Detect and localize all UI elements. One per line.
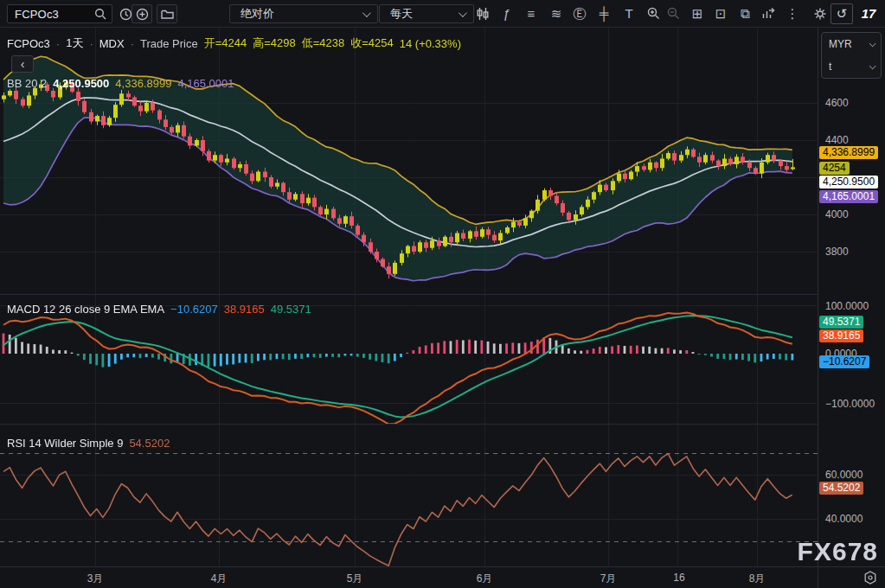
time-label: 3月	[87, 572, 104, 586]
price-mode-value: 绝对价	[240, 6, 362, 22]
bb-label: BB 20 2	[7, 77, 47, 90]
rsi-tick: 40.0000	[825, 513, 863, 525]
time-axis[interactable]: 3月 4月 5月 6月 7月 16 8月	[0, 567, 818, 588]
hexagon-settings-icon	[863, 570, 878, 585]
legend-open: 开=4244	[204, 35, 247, 51]
time-label: 4月	[211, 572, 228, 586]
macd-tick: 100.0000	[825, 300, 869, 312]
chart-style-button[interactable]	[473, 4, 492, 23]
legend-close: 收=4254	[350, 35, 394, 51]
chevron-down-icon	[459, 9, 467, 17]
grid-view-button[interactable]: ⊞	[688, 4, 707, 23]
currency-value: MYR	[829, 38, 852, 50]
events-button[interactable]: Ⓔ	[570, 4, 589, 23]
price-chart-canvas[interactable]	[0, 28, 818, 566]
macd-hist-value: −10.6207	[170, 303, 218, 316]
snapshot-icon: ⊡	[715, 6, 727, 21]
indicators-button[interactable]: ƒ	[497, 4, 516, 23]
replay-icon: ↺	[837, 6, 848, 21]
bb-lower-value: 4,165.0001	[177, 77, 234, 90]
bb-upper-value: 4,336.8999	[115, 77, 171, 90]
plus-circle-icon	[136, 8, 149, 21]
price-tick: 4400	[825, 134, 849, 146]
rsi-value: 54.5202	[129, 437, 170, 450]
zoom-in-icon	[647, 7, 660, 20]
grid-icon: ⊞	[692, 6, 703, 21]
macd-line-value: 38.9165	[224, 303, 265, 316]
collapse-legend-button[interactable]: ‹	[11, 55, 34, 73]
rsi-label: RSI 14 Wilder Simple 9	[7, 437, 123, 450]
layout-button[interactable]: ≡	[522, 4, 541, 23]
replay-button[interactable]: ↺	[830, 3, 853, 24]
export-chart-icon	[761, 7, 775, 20]
bollinger-legend: BB 20 2 4,250.9500 4,336.8999 4,165.0001	[7, 77, 234, 90]
legend-change: 14 (+0.33%)	[400, 37, 461, 50]
zoom-out-button[interactable]	[664, 4, 683, 23]
watchlist-folder-button[interactable]	[157, 4, 177, 23]
legend-low: 低=4238	[302, 35, 345, 51]
legend-symbol: FCPOc3	[7, 37, 50, 50]
search-icon	[94, 8, 106, 20]
zoom-in-button[interactable]	[644, 4, 663, 23]
time-label: 7月	[600, 572, 617, 586]
bb-lower-price-badge: 4,165.0001	[819, 190, 878, 203]
waves-icon: ≋	[551, 6, 562, 21]
macd-tick: −100.0000	[825, 398, 875, 410]
indicators-icon: ƒ	[503, 6, 510, 21]
unit-dropdown[interactable]: t	[822, 55, 881, 78]
gear-icon	[813, 7, 827, 21]
macd-signal-badge: 49.5371	[819, 316, 863, 329]
circled-e-icon: Ⓔ	[574, 6, 587, 21]
price-tick: 4000	[825, 208, 849, 220]
bb-upper-price-badge: 4,336.8999	[819, 146, 878, 159]
macd-label: MACD 12 26 close 9 EMA EMA	[7, 303, 164, 316]
folder-icon	[161, 9, 174, 20]
interval-value: 每天	[390, 6, 459, 22]
add-symbol-button[interactable]	[131, 4, 152, 23]
snapshot-button[interactable]: ⊡	[711, 4, 730, 23]
bb-mid-price-badge: 4,250.9500	[819, 176, 878, 189]
interval-dropdown[interactable]: 每天	[379, 4, 474, 23]
macd-line-badge: 38.9165	[819, 329, 863, 342]
macd-hist-badge: −10.6207	[819, 355, 869, 368]
more-options-button[interactable]: ⋮	[783, 4, 802, 23]
chevron-down-icon	[869, 40, 876, 47]
timezone-settings-corner[interactable]	[818, 567, 885, 588]
candlestick-icon	[476, 7, 490, 21]
trading-chart-app: FCPOc3 绝对价 每天 ƒ ≡ ≋ Ⓔ ╪ T	[0, 0, 885, 588]
rsi-value-badge: 54.5202	[819, 482, 863, 495]
copy-button[interactable]: ⧉	[735, 4, 754, 23]
time-label: 5月	[347, 572, 363, 586]
legend-interval: 1天	[66, 35, 83, 51]
settings-button[interactable]	[811, 4, 830, 23]
price-scale-settings-button[interactable]: ╪	[594, 4, 613, 23]
copy-icon: ⧉	[741, 6, 750, 21]
legend-exchange: MDX	[99, 37, 125, 50]
price-scale-icon: ╪	[600, 6, 609, 21]
export-chart-button[interactable]	[759, 4, 778, 23]
macd-legend: MACD 12 26 close 9 EMA EMA −10.6207 38.9…	[7, 303, 311, 316]
tradingview-logo[interactable]: 17	[858, 4, 879, 23]
currency-dropdown[interactable]: MYR	[822, 33, 881, 55]
kebab-icon: ⋮	[786, 6, 799, 21]
layers-icon: ≡	[528, 6, 535, 21]
price-axis[interactable]: MYR t 4600 4400 4000 3800 4,336.8999 425…	[818, 28, 885, 566]
legend-series-type: Trade Price	[140, 37, 198, 50]
text-tool-icon: T	[625, 6, 632, 21]
compare-button[interactable]: ≋	[547, 4, 566, 23]
top-toolbar: FCPOc3 绝对价 每天 ƒ ≡ ≋ Ⓔ ╪ T	[0, 0, 885, 28]
text-tool-button[interactable]: T	[619, 4, 638, 23]
main-series-legend: FCPOc3 · 1天 · MDX · Trade Price 开=4244 高…	[7, 35, 461, 51]
price-mode-dropdown[interactable]: 绝对价	[229, 4, 378, 23]
fx678-watermark: FX678	[798, 538, 878, 566]
rsi-tick: 60.0000	[825, 469, 863, 481]
symbol-search-input[interactable]: FCPOc3	[7, 4, 112, 23]
time-axis-divider	[0, 566, 885, 567]
macd-signal-value: 49.5371	[271, 303, 311, 316]
legend-high: 高=4298	[253, 35, 296, 51]
time-label: 16	[673, 572, 684, 584]
bb-mid-value: 4,250.9500	[53, 77, 109, 90]
last-price-badge: 4254	[819, 162, 850, 175]
chevron-down-icon	[362, 9, 371, 17]
price-tick: 3800	[825, 246, 849, 258]
